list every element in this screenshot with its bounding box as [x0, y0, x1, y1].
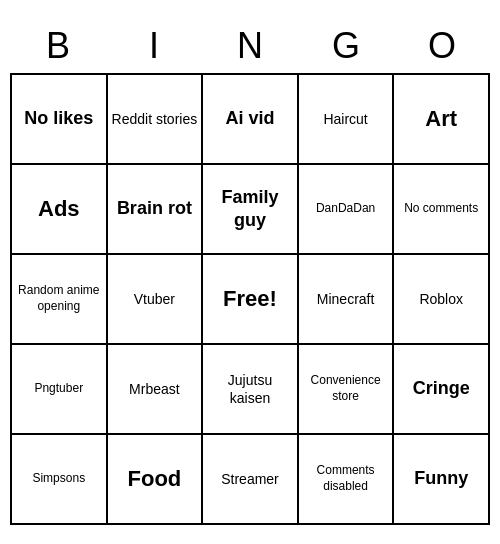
bingo-title: B I N G O	[10, 19, 490, 73]
cell-r1-c2: Family guy	[203, 165, 299, 255]
cell-r3-c4: Cringe	[394, 345, 490, 435]
cell-r2-c0: Random anime opening	[12, 255, 108, 345]
cell-r3-c3: Convenience store	[299, 345, 395, 435]
letter-i: I	[111, 25, 197, 67]
cell-r4-c1: Food	[108, 435, 204, 525]
cell-r4-c0: Simpsons	[12, 435, 108, 525]
cell-r2-c2: Free!	[203, 255, 299, 345]
cell-r4-c4: Funny	[394, 435, 490, 525]
bingo-grid: No likesReddit storiesAi vidHaircutArtAd…	[10, 73, 490, 525]
cell-r1-c3: DanDaDan	[299, 165, 395, 255]
bingo-card: B I N G O No likesReddit storiesAi vidHa…	[10, 19, 490, 525]
cell-r2-c3: Minecraft	[299, 255, 395, 345]
cell-r4-c2: Streamer	[203, 435, 299, 525]
cell-r0-c1: Reddit stories	[108, 75, 204, 165]
letter-o: O	[399, 25, 485, 67]
cell-r2-c4: Roblox	[394, 255, 490, 345]
cell-r0-c0: No likes	[12, 75, 108, 165]
letter-g: G	[303, 25, 389, 67]
cell-r0-c4: Art	[394, 75, 490, 165]
cell-r1-c0: Ads	[12, 165, 108, 255]
letter-b: B	[15, 25, 101, 67]
cell-r3-c2: Jujutsu kaisen	[203, 345, 299, 435]
cell-r0-c2: Ai vid	[203, 75, 299, 165]
cell-r0-c3: Haircut	[299, 75, 395, 165]
cell-r4-c3: Comments disabled	[299, 435, 395, 525]
cell-r1-c4: No comments	[394, 165, 490, 255]
cell-r2-c1: Vtuber	[108, 255, 204, 345]
cell-r3-c0: Pngtuber	[12, 345, 108, 435]
letter-n: N	[207, 25, 293, 67]
cell-r1-c1: Brain rot	[108, 165, 204, 255]
cell-r3-c1: Mrbeast	[108, 345, 204, 435]
